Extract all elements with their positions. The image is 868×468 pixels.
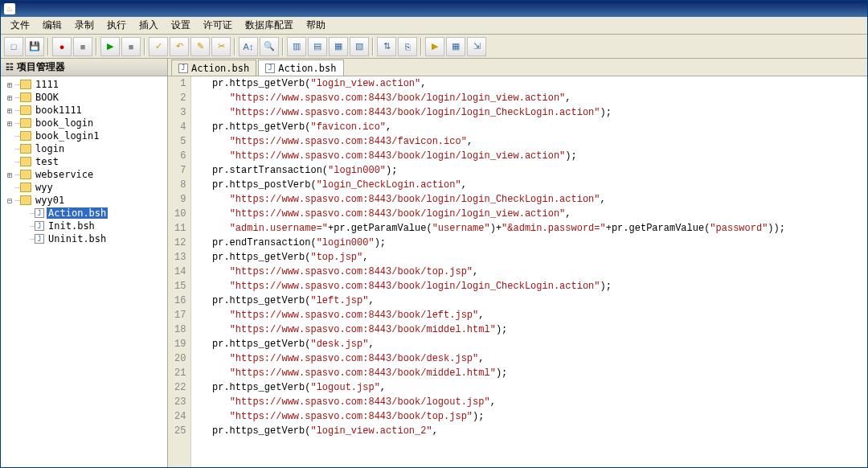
font-icon[interactable]: A↕	[239, 37, 258, 56]
line-number: 17	[174, 308, 186, 322]
code-editor[interactable]: 1234567891011121314151617181920212223242…	[168, 76, 867, 467]
expand-icon[interactable]: ⊞	[4, 106, 15, 115]
code-line[interactable]: "https://www.spasvo.com:8443/book/desk.j…	[194, 351, 864, 366]
save-icon[interactable]: 💾	[25, 37, 44, 56]
expand-icon[interactable]: ⊞	[4, 119, 15, 128]
tree-node-Action-bsh[interactable]: ┈JAction.bsh	[1, 207, 167, 220]
panel1-icon[interactable]: ▥	[287, 37, 306, 56]
code-line[interactable]: "https://www.spasvo.com:8443/book/top.js…	[194, 265, 864, 279]
code-line[interactable]: pr.startTransaction("login000");	[194, 163, 864, 178]
export-icon[interactable]: ⇲	[467, 37, 486, 56]
title-bar: ♨	[1, 1, 867, 17]
menu-2[interactable]: 录制	[68, 17, 100, 34]
stop-rec-icon[interactable]: ■	[73, 37, 92, 56]
new-icon[interactable]: □	[4, 37, 23, 56]
code-line[interactable]: pr.https_getVerb("top.jsp",	[194, 250, 864, 265]
cut-icon[interactable]: ✂	[211, 37, 231, 56]
line-number: 12	[174, 236, 186, 250]
toolbar-separator	[47, 38, 49, 55]
code-line[interactable]: pr.https_postVerb("login_CheckLogin.acti…	[194, 178, 864, 192]
code-line[interactable]: "https://www.spasvo.com:8443/book/middel…	[194, 322, 864, 337]
find-icon[interactable]: 🔍	[260, 37, 279, 56]
panel2-icon[interactable]: ▤	[308, 37, 327, 56]
tree-node-label: test	[34, 156, 60, 167]
tree-node-login[interactable]: ┈login	[1, 142, 167, 155]
expand-icon[interactable]: ⊞	[4, 93, 15, 102]
tree-node-1111[interactable]: ⊞┈1111	[1, 78, 167, 91]
code-line[interactable]: "https://www.spasvo.com:8443/book/left.j…	[194, 308, 864, 322]
editor-tab-1[interactable]: JAction.bsh	[258, 60, 343, 76]
code-line[interactable]: "https://www.spasvo.com:8443/book/middel…	[194, 366, 864, 380]
compare-icon[interactable]: ⇅	[377, 37, 396, 56]
menu-8[interactable]: 帮助	[300, 17, 332, 34]
code-line[interactable]: pr.https_getVerb("favicon.ico",	[194, 120, 864, 134]
code-line[interactable]: "https://www.spasvo.com:8443/book/login/…	[194, 207, 864, 221]
tree-node-book_login1[interactable]: ┈book_login1	[1, 129, 167, 142]
line-number: 23	[174, 395, 186, 409]
line-number: 9	[174, 192, 186, 207]
editor-tab-0[interactable]: JAction.bsh	[171, 60, 256, 76]
menu-6[interactable]: 许可证	[197, 17, 239, 34]
code-line[interactable]: pr.https_getVerb("login_view.action",	[194, 76, 864, 91]
collapse-icon[interactable]: ⊟	[4, 196, 15, 205]
code-line[interactable]: pr.https_getVerb("desk.jsp",	[194, 337, 864, 351]
code-line[interactable]: "https://www.spasvo.com:8443/book/login/…	[194, 192, 864, 207]
panel3-icon[interactable]: ▦	[329, 37, 348, 56]
code-line[interactable]: pr.https_getVerb("left.jsp",	[194, 294, 864, 308]
tree-node-label: Action.bsh	[47, 207, 108, 219]
folder-icon	[20, 105, 31, 115]
tree-node-wyy01[interactable]: ⊟┈wyy01	[1, 194, 167, 207]
tree-node-wyy[interactable]: ┈wyy	[1, 181, 167, 194]
code-line[interactable]: pr.https_getVerb("login_view.action_2",	[194, 424, 864, 438]
code-line[interactable]: "https://www.spasvo.com:8443/book/login/…	[194, 149, 864, 163]
check-icon[interactable]: ✓	[149, 37, 168, 56]
expand-icon[interactable]: ⊞	[4, 170, 15, 179]
file-icon: J	[35, 221, 44, 231]
menu-7[interactable]: 数据库配置	[239, 17, 300, 34]
menu-1[interactable]: 编辑	[36, 17, 68, 34]
line-number: 8	[174, 178, 186, 192]
code-line[interactable]: pr.https_getVerb("logout.jsp",	[194, 380, 864, 395]
tree-node-BOOK[interactable]: ⊞┈BOOK	[1, 91, 167, 104]
panel4-icon[interactable]: ▧	[350, 37, 369, 56]
record-icon[interactable]: ●	[52, 37, 72, 56]
menu-3[interactable]: 执行	[100, 17, 133, 34]
line-number: 21	[174, 366, 186, 380]
table-icon[interactable]: ▦	[446, 37, 465, 56]
tree-node-label: 1111	[34, 79, 60, 90]
menu-0[interactable]: 文件	[4, 17, 36, 34]
menu-5[interactable]: 设置	[165, 17, 197, 34]
line-number: 14	[174, 265, 186, 279]
expand-icon[interactable]: ⊞	[4, 80, 15, 89]
code-line[interactable]: "https://www.spasvo.com:8443/book/login/…	[194, 279, 864, 294]
edit-icon[interactable]: ✎	[190, 37, 210, 56]
tree-node-book_login[interactable]: ⊞┈book_login	[1, 117, 167, 129]
code-line[interactable]: pr.endTransaction("login000");	[194, 236, 864, 250]
run-icon[interactable]: ▶	[425, 37, 444, 56]
code-line[interactable]: "https://www.spasvo.com:8443/book/top.js…	[194, 409, 864, 424]
stop-icon[interactable]: ■	[121, 37, 141, 56]
tree-node-webservice[interactable]: ⊞┈webservice	[1, 168, 167, 181]
code-line[interactable]: "https://www.spasvo.com:8443/book/login/…	[194, 91, 864, 105]
play-icon[interactable]: ▶	[100, 37, 120, 56]
project-tree[interactable]: ⊞┈1111⊞┈BOOK⊞┈book1111⊞┈book_login┈book_…	[1, 76, 167, 467]
tree-node-Init-bsh[interactable]: ┈JInit.bsh	[1, 220, 167, 232]
link-icon[interactable]: ⎘	[398, 37, 417, 56]
line-number: 2	[174, 91, 186, 105]
tree-node-label: webservice	[34, 169, 95, 180]
code-line[interactable]: "https://www.spasvo.com:8443/book/login/…	[194, 105, 864, 120]
line-number: 19	[174, 337, 186, 351]
project-explorer-title: 项目管理器	[17, 60, 65, 74]
undo-icon[interactable]: ↶	[170, 37, 189, 56]
line-number: 25	[174, 424, 186, 438]
code-source[interactable]: pr.https_getVerb("login_view.action", "h…	[191, 76, 867, 467]
code-line[interactable]: "https://www.spasvo.com:8443/favicon.ico…	[194, 134, 864, 149]
menu-bar: 文件编辑录制执行插入设置许可证数据库配置帮助	[1, 17, 867, 35]
tree-node-book1111[interactable]: ⊞┈book1111	[1, 104, 167, 117]
tree-node-Uninit-bsh[interactable]: ┈JUninit.bsh	[1, 232, 167, 245]
code-line[interactable]: "https://www.spasvo.com:8443/book/logout…	[194, 395, 864, 409]
menu-4[interactable]: 插入	[133, 17, 165, 34]
code-line[interactable]: "admin.username="+pr.getParamValue("user…	[194, 221, 864, 236]
tree-node-test[interactable]: ┈test	[1, 155, 167, 168]
folder-icon	[20, 118, 31, 128]
